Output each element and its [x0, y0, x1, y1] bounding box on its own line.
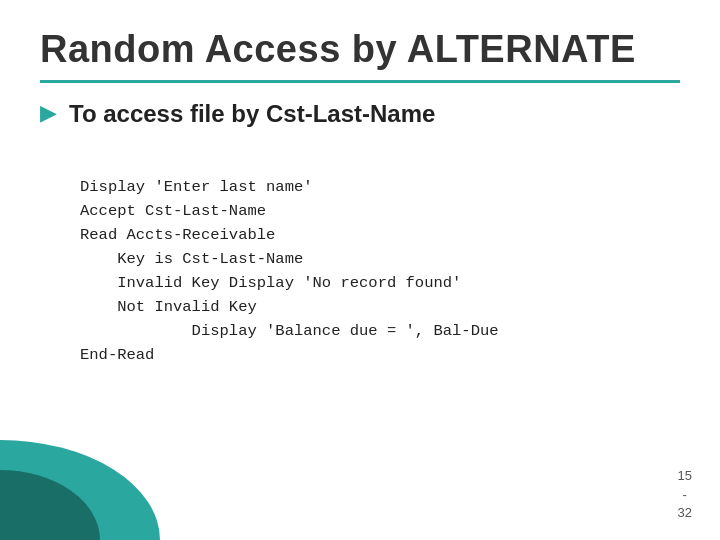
code-line-7: Display 'Balance due = ', Bal-Due	[80, 319, 680, 343]
code-line-1: Display 'Enter last name'	[80, 175, 680, 199]
slide: Random Access by ALTERNATE ▶ To access f…	[0, 0, 720, 540]
code-line-8: End-Read	[80, 343, 680, 367]
bullet-item: ▶ To access file by Cst-Last-Name	[40, 100, 680, 128]
page-number: 15 - 32	[678, 467, 692, 522]
bullet-section: ▶ To access file by Cst-Last-Name	[40, 100, 680, 138]
page-total: 32	[678, 505, 692, 520]
bullet-label: To access file by Cst-Last-Name	[69, 100, 435, 128]
bullet-arrow-icon: ▶	[40, 102, 57, 124]
title-underline	[40, 80, 680, 83]
slide-title: Random Access by ALTERNATE	[40, 28, 636, 71]
code-line-2: Accept Cst-Last-Name	[80, 199, 680, 223]
page-current: 15	[678, 468, 692, 483]
code-line-5: Invalid Key Display 'No record found'	[80, 271, 680, 295]
code-block: Display 'Enter last name' Accept Cst-Las…	[80, 175, 680, 367]
code-line-6: Not Invalid Key	[80, 295, 680, 319]
code-line-4: Key is Cst-Last-Name	[80, 247, 680, 271]
page-separator: -	[683, 487, 687, 502]
code-line-3: Read Accts-Receivable	[80, 223, 680, 247]
